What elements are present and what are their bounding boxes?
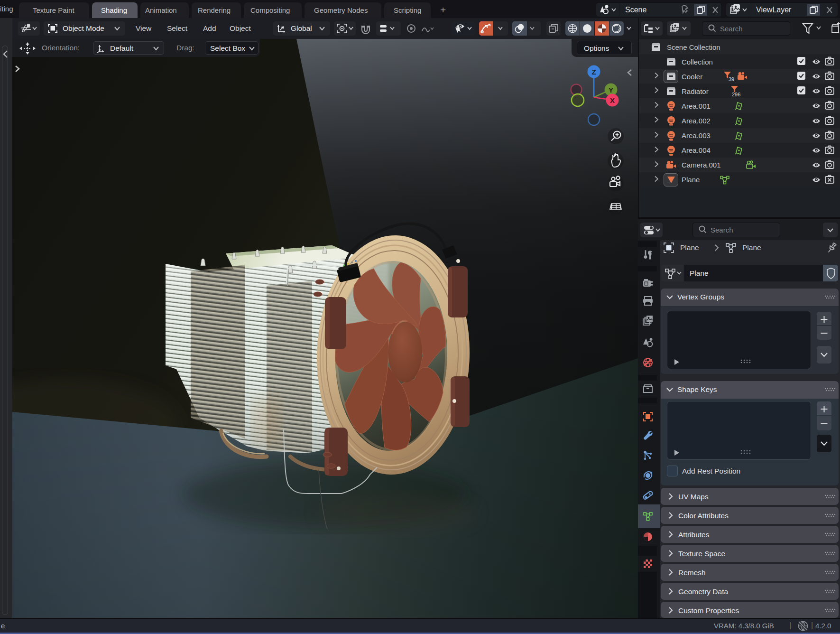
svg-text:Z: Z	[591, 68, 596, 76]
svg-text:X: X	[610, 96, 615, 104]
svg-text:Y: Y	[609, 86, 613, 94]
